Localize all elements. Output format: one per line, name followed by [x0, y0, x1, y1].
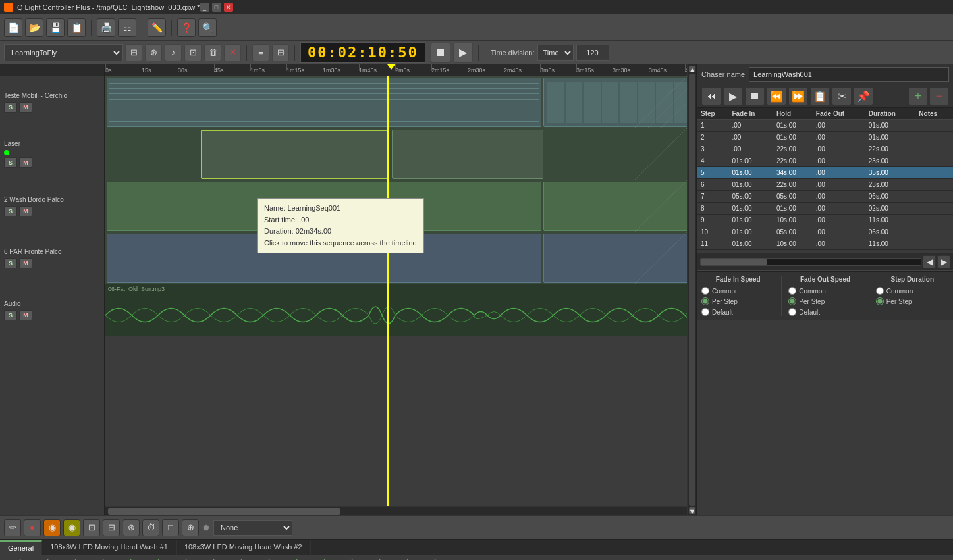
step-duration-common-option[interactable]: Common: [876, 287, 949, 295]
show-add-btn[interactable]: ⊡: [184, 44, 202, 61]
chaser-rewind-btn[interactable]: ⏮: [701, 87, 721, 105]
search-button[interactable]: 🔍: [198, 18, 217, 37]
timeline-hscroll[interactable]: [105, 506, 687, 515]
show-select[interactable]: LearningToFly: [4, 44, 123, 61]
show-stop-btn[interactable]: ✕: [224, 44, 241, 61]
bt-delete-btn[interactable]: ⊟: [103, 519, 120, 536]
bpm-input[interactable]: [576, 45, 609, 61]
table-row[interactable]: 9 01s.00 10s.00 .00 11s.00: [697, 215, 953, 226]
bt-color2-btn[interactable]: ◉: [63, 519, 80, 536]
saveas-button[interactable]: 📋: [67, 18, 86, 37]
fade-in-default-option[interactable]: Default: [701, 308, 775, 316]
bt-color-btn[interactable]: ◉: [43, 519, 61, 536]
step-remove-btn[interactable]: −: [929, 87, 949, 105]
seq-block-1-2[interactable]: [392, 130, 543, 179]
bt-stop-btn[interactable]: ●: [24, 519, 41, 536]
tab-wash2[interactable]: 108x3W LED Moving Head Wash #2: [177, 540, 311, 555]
track-mute-2[interactable]: M: [19, 206, 32, 216]
fade-in-common-radio[interactable]: [701, 287, 709, 295]
table-row[interactable]: 10 01s.00 05s.00 .00 06s.00: [697, 226, 953, 238]
vscroll-up[interactable]: ▲: [689, 66, 695, 72]
timeline-vscroll[interactable]: ▲ ▼: [687, 64, 696, 515]
chaser-stop-btn[interactable]: ⏹: [745, 87, 765, 105]
track-mute-3[interactable]: M: [19, 258, 32, 268]
chaser-paste-btn[interactable]: 📌: [854, 87, 873, 105]
bt-rect-btn[interactable]: □: [162, 519, 179, 536]
play-button[interactable]: ▶: [453, 43, 473, 63]
step-add-btn[interactable]: +: [908, 87, 928, 105]
fade-out-perstep-option[interactable]: Per Step: [788, 297, 861, 305]
table-row[interactable]: 11 01s.00 10s.00 .00 11s.00: [697, 238, 953, 250]
none-select[interactable]: None: [213, 520, 292, 536]
show-grid-btn[interactable]: ⊞: [125, 44, 142, 61]
nav-left-btn[interactable]: ◀: [923, 255, 936, 268]
table-row[interactable]: 5 01s.00 34s.00 .00 35s.00: [697, 167, 953, 179]
step-duration-perstep-radio[interactable]: [876, 297, 884, 305]
seq-block-2-1[interactable]: [107, 182, 541, 231]
track-mute-0[interactable]: M: [19, 102, 32, 113]
time-division-select[interactable]: Time: [537, 45, 574, 61]
audio-solo[interactable]: S: [4, 310, 17, 320]
track-mute-1[interactable]: M: [19, 157, 32, 168]
chaser-copy-btn[interactable]: 📋: [810, 87, 830, 105]
track-solo-1[interactable]: S: [4, 157, 17, 168]
vscroll-down[interactable]: ▼: [689, 507, 695, 514]
show-del-btn[interactable]: 🗑: [204, 44, 221, 61]
fade-out-common-option[interactable]: Common: [788, 287, 861, 295]
bt-ripple-btn[interactable]: ⊛: [123, 519, 140, 536]
show-link-btn[interactable]: ⊛: [145, 44, 162, 61]
save-button[interactable]: 💾: [46, 18, 65, 37]
help-button[interactable]: ❓: [177, 18, 196, 37]
show-list-btn[interactable]: ≡: [252, 44, 269, 61]
nav-right-btn[interactable]: ▶: [937, 255, 950, 268]
table-row[interactable]: 4 01s.00 22s.00 .00 23s.00: [697, 155, 953, 167]
chaser-prev-btn[interactable]: ⏪: [767, 87, 786, 105]
chaser-next-btn[interactable]: ⏩: [788, 87, 808, 105]
new-button[interactable]: 📄: [4, 18, 22, 37]
fade-in-common-option[interactable]: Common: [701, 287, 775, 295]
fade-in-perstep-option[interactable]: Per Step: [701, 297, 775, 305]
bt-clock-btn[interactable]: ⏱: [142, 519, 159, 536]
fade-out-perstep-radio[interactable]: [788, 297, 796, 305]
fade-out-default-radio[interactable]: [788, 308, 796, 316]
chaser-cut-btn[interactable]: ✂: [832, 87, 852, 105]
step-duration-common-radio[interactable]: [876, 287, 884, 295]
show-grid2-btn[interactable]: ⊞: [272, 44, 289, 61]
table-row[interactable]: 6 01s.00 22s.00 .00 23s.00: [697, 179, 953, 191]
table-row[interactable]: 8 01s.00 01s.00 .00 02s.00: [697, 203, 953, 215]
table-row[interactable]: 1 .00 01s.00 .00 01s.00: [697, 120, 953, 132]
draw-button[interactable]: ✏️: [148, 18, 166, 37]
grid-button[interactable]: ⚏: [118, 18, 136, 37]
bt-cursor-btn[interactable]: ⊕: [182, 519, 199, 536]
chaser-play-btn[interactable]: ▶: [723, 87, 743, 105]
seq-block-1-1[interactable]: [201, 130, 389, 179]
stop-button[interactable]: ⏹: [431, 43, 450, 63]
fade-in-perstep-radio[interactable]: [701, 297, 709, 305]
bt-copy-btn[interactable]: ⊡: [83, 519, 100, 536]
table-row[interactable]: 7 05s.00 05s.00 .00 06s.00: [697, 191, 953, 203]
fade-in-default-radio[interactable]: [701, 308, 709, 316]
track-solo-2[interactable]: S: [4, 206, 17, 216]
tab-wash1[interactable]: 108x3W LED Moving Head Wash #1: [42, 540, 177, 555]
vscroll-thumb[interactable]: [689, 74, 695, 506]
open-button[interactable]: 📂: [25, 18, 43, 37]
close-button[interactable]: ✕: [224, 3, 233, 12]
fade-out-common-radio[interactable]: [788, 287, 796, 295]
track-solo-0[interactable]: S: [4, 102, 17, 113]
maximize-button[interactable]: □: [212, 3, 221, 12]
steps-scrollbar[interactable]: [700, 258, 921, 266]
print-button[interactable]: 🖨️: [97, 18, 115, 37]
minimize-button[interactable]: _: [200, 3, 209, 12]
tab-general[interactable]: General: [0, 540, 42, 555]
table-row[interactable]: 3 .00 22s.00 .00 22s.00: [697, 143, 953, 155]
audio-mute[interactable]: M: [19, 310, 32, 320]
track-solo-3[interactable]: S: [4, 258, 17, 268]
show-music-btn[interactable]: ♪: [165, 44, 182, 61]
chaser-name-input[interactable]: [749, 67, 949, 82]
step-duration-perstep-option[interactable]: Per Step: [876, 297, 949, 305]
table-row[interactable]: 2 .00 01s.00 .00 01s.00: [697, 132, 953, 143]
fade-out-default-option[interactable]: Default: [788, 308, 861, 316]
bt-pencil-btn[interactable]: ✏: [4, 519, 21, 536]
seq-block-0-1[interactable]: [107, 78, 541, 127]
seq-block-3-1[interactable]: [107, 234, 541, 283]
